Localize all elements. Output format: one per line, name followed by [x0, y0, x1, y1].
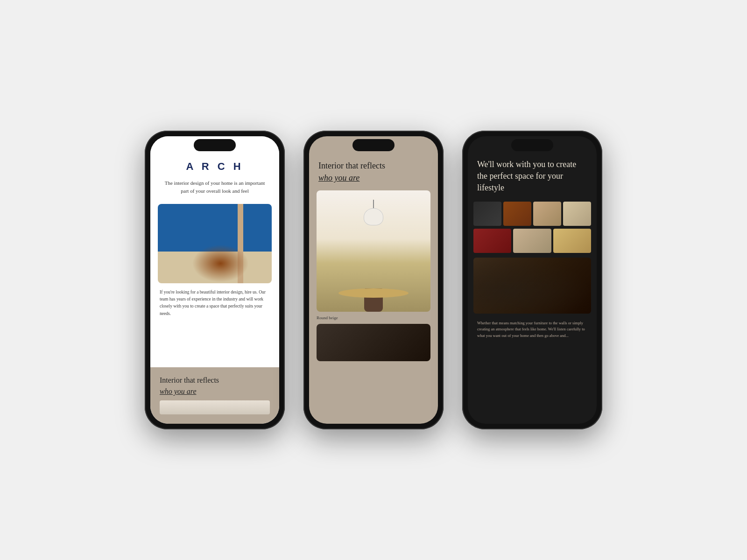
phone-3-grid-row1 [468, 202, 597, 226]
phone-3-notch [511, 139, 553, 151]
phone-1: A R C H The interior design of your home… [145, 131, 285, 429]
phone-1-bottom-image [160, 400, 270, 414]
phone-1-screen: A R C H The interior design of your home… [150, 136, 279, 424]
thumb-4 [563, 202, 591, 226]
phone-2-caption: Round beige [309, 312, 438, 324]
thumb-2 [503, 202, 531, 226]
phone-2: Interior that reflects who you are Round… [303, 131, 444, 429]
phone-2-notch [352, 139, 395, 151]
phone-3-title: We'll work with you to create the perfec… [477, 159, 587, 194]
phone-3-grid-row2 [468, 229, 597, 253]
pendant-lamp [362, 200, 385, 228]
phone-3-large-image [473, 258, 591, 314]
phone-2-bottom-image [317, 324, 430, 361]
thumb-6 [513, 229, 551, 253]
phone-2-screen: Interior that reflects who you are Round… [309, 136, 438, 424]
phones-container: A R C H The interior design of your home… [145, 131, 602, 429]
phone-1-subtitle: The interior design of your home is an i… [162, 179, 268, 195]
phone-2-main-image [317, 190, 430, 312]
thumb-7 [553, 229, 591, 253]
phone-1-description: If you're looking for a beautiful interi… [150, 283, 279, 367]
phone-1-hero-image [158, 204, 272, 283]
table-top [338, 288, 409, 298]
phone-1-notch [194, 139, 236, 151]
phone-2-italic: who you are [318, 173, 429, 183]
phone-2-bottom-img-content [317, 324, 430, 361]
phone-1-bottom-title: Interior that reflects [160, 376, 270, 385]
phone-1-bottom-italic: who you are [160, 387, 270, 396]
phone-2-title: Interior that reflects [318, 161, 429, 171]
thumb-1 [473, 202, 501, 226]
thumb-5 [473, 229, 511, 253]
app-logo: A R C H [162, 161, 268, 173]
phone-1-bottom-section: Interior that reflects who you are [150, 367, 279, 424]
phone-1-hero-image-inner [158, 204, 272, 283]
thumb-3 [533, 202, 561, 226]
phone-3: We'll work with you to create the perfec… [462, 131, 602, 429]
phone-3-description: Whether that means matching your furnitu… [468, 315, 597, 344]
phone-3-screen: We'll work with you to create the perfec… [468, 136, 597, 424]
